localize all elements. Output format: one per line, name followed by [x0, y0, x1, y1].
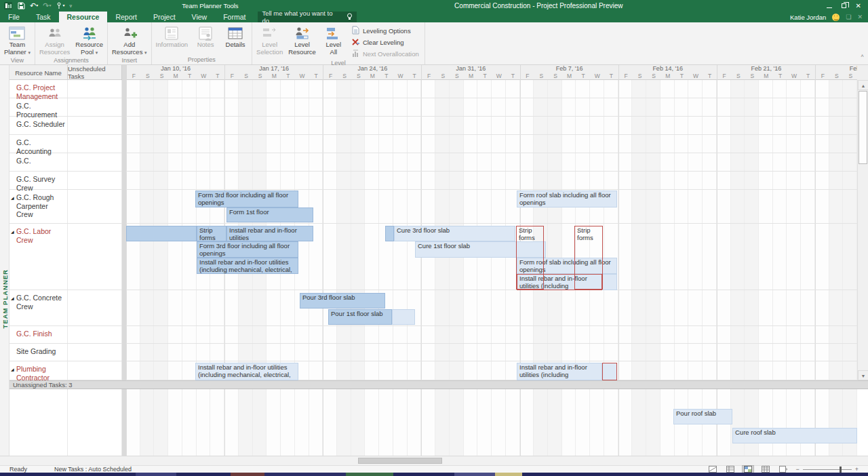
expand-icon[interactable]: ◢ — [11, 294, 14, 303]
team-planner-button[interactable]: TeamPlanner ▾ — [1, 24, 33, 56]
task-bar[interactable]: Pour 3rd floor slab — [300, 293, 385, 309]
tab-task[interactable]: Task — [28, 12, 59, 22]
resource-name-cell[interactable]: ◢Plumbing Contractor — [9, 361, 68, 380]
expand-icon[interactable]: ◢ — [11, 365, 14, 374]
resource-name-cell[interactable]: G.C. — [9, 153, 68, 171]
save-button[interactable] — [18, 2, 25, 9]
resource-name-cell[interactable]: G.C. Accounting — [9, 135, 68, 153]
horizontal-scrollbar[interactable] — [0, 456, 868, 465]
zoom-in-button[interactable]: + — [855, 466, 859, 473]
unscheduled-tasks-cell[interactable] — [68, 80, 122, 98]
minimize-button[interactable] — [827, 2, 832, 9]
customize-qat-button[interactable]: ▿ — [69, 2, 72, 9]
leveling-options-button[interactable]: Leveling Options — [351, 26, 419, 36]
resource-name-cell[interactable]: Site Grading — [9, 344, 68, 361]
timescale-week[interactable]: Jan 17, '16FSSMTWT — [224, 65, 323, 80]
timescale-week[interactable]: Jan 24, '16FSSMTWT — [323, 65, 421, 80]
task-bar[interactable]: Install rebar and in-floor utilities (in… — [517, 363, 602, 380]
task-bar[interactable]: Strip forms — [574, 226, 603, 290]
unscheduled-tasks-cell[interactable] — [68, 135, 122, 153]
details-button[interactable]: Details — [220, 24, 250, 56]
timescale-week[interactable]: Feb 7, '16FSSMTWT — [520, 65, 618, 80]
task-bar[interactable]: Install rebar and in-floor utilities — [226, 226, 313, 241]
tell-me-search-input[interactable]: Tell me what you want to do... — [258, 12, 357, 22]
collapse-ribbon-icon[interactable]: ˄ — [861, 53, 864, 59]
resource-name-cell[interactable]: G.C. Project Management — [9, 80, 68, 98]
new-tasks-mode[interactable]: New Tasks : Auto Scheduled — [54, 466, 132, 473]
task-bar[interactable]: Strip forms — [516, 226, 544, 290]
task-bar-segment[interactable] — [126, 226, 197, 241]
close-ribbon-icon[interactable]: ✕ — [857, 14, 863, 20]
resource-name-cell[interactable]: G.C. Procurement — [9, 98, 68, 116]
timescale-week[interactable]: Feb 14, '16FSSMTWT — [618, 65, 717, 80]
view-shortcut-resource-sheet[interactable] — [760, 466, 771, 473]
horizontal-scrollbar-thumb[interactable] — [358, 458, 442, 464]
timescale-week[interactable]: Feb 21, '16FSSMTWT — [717, 65, 815, 80]
unscheduled-tasks-cell[interactable] — [68, 98, 122, 116]
task-bar[interactable]: Pour 1st floor slab — [328, 309, 392, 325]
resource-name-cell[interactable]: ◢G.C. Concrete Crew — [9, 290, 68, 325]
unscheduled-tasks-column-header[interactable]: Unscheduled Tasks — [68, 65, 122, 80]
restore-button[interactable] — [842, 2, 846, 9]
task-bar[interactable]: Cure roof slab — [732, 428, 857, 443]
task-bar-segment[interactable] — [602, 274, 617, 290]
view-shortcut-gantt-chart[interactable] — [707, 466, 718, 473]
view-shortcut-report[interactable] — [778, 466, 789, 473]
task-bar[interactable]: Form 3rd floor including all floor openi… — [195, 191, 298, 207]
zoom-slider-handle[interactable] — [840, 467, 842, 473]
add-resources-button[interactable]: AddResources ▾ — [109, 24, 150, 56]
vertical-scrollbar[interactable]: ▲ ▼ — [857, 80, 868, 380]
resource-name-cell[interactable]: G.C. Scheduler — [9, 117, 68, 134]
vertical-scrollbar-thumb[interactable] — [859, 91, 867, 164]
tab-report[interactable]: Report — [107, 12, 145, 22]
timescale-week[interactable]: Feb 28, '16FSSMTWT — [815, 65, 857, 80]
clear-leveling-button[interactable]: Clear Leveling — [351, 37, 419, 47]
tab-project[interactable]: Project — [145, 12, 184, 22]
view-shortcut-team-planner[interactable] — [743, 466, 753, 473]
task-bar-segment[interactable] — [385, 226, 394, 241]
unscheduled-tasks-cell[interactable] — [68, 153, 122, 171]
tab-view[interactable]: View — [184, 12, 216, 22]
unscheduled-tasks-cell[interactable] — [68, 326, 122, 343]
scroll-down-icon[interactable]: ▼ — [858, 370, 868, 380]
view-shortcut-task-usage[interactable] — [725, 466, 736, 473]
unscheduled-tasks-cell[interactable] — [68, 361, 122, 380]
unscheduled-tasks-cell[interactable] — [68, 190, 122, 223]
zoom-out-button[interactable]: − — [795, 466, 799, 473]
task-bar[interactable]: Cure 3rd floor slab — [394, 226, 515, 241]
tab-file[interactable]: File — [0, 12, 28, 22]
level-resource-button[interactable]: LevelResource — [285, 24, 319, 59]
task-bar[interactable]: Form 3rd floor including all floor openi… — [197, 241, 298, 258]
level-all-button[interactable]: LevelAll — [319, 24, 349, 59]
redo-button[interactable]: ↷▾ — [43, 2, 51, 9]
touch-mode-button[interactable]: ▾ — [56, 2, 64, 9]
task-bar[interactable]: Pour roof slab — [673, 409, 732, 424]
tab-resource[interactable]: Resource — [59, 12, 108, 22]
task-bar[interactable]: Form 1st floor — [226, 207, 313, 222]
zoom-slider[interactable] — [803, 469, 852, 470]
expand-icon[interactable]: ◢ — [11, 228, 14, 237]
close-button[interactable]: ✕ — [856, 2, 861, 9]
unassigned-tasks-header[interactable]: Unassigned Tasks: 3 — [9, 380, 868, 389]
resource-name-cell[interactable]: ◢G.C. Labor Crew — [9, 224, 68, 290]
resource-name-cell[interactable]: ◢G.C. Rough Carpenter Crew — [9, 190, 68, 223]
resource-pool-button[interactable]: ResourcePool ▾ — [73, 24, 106, 56]
timescale-week[interactable]: Jan 10, '16FSSMTWT — [126, 65, 224, 80]
ribbon-display-options-icon[interactable]: ❏ — [846, 14, 851, 20]
timescale-week[interactable]: Jan 31, '16FSSMTWT — [421, 65, 519, 80]
undo-button[interactable]: ↶▾ — [30, 2, 38, 9]
unscheduled-tasks-cell[interactable] — [68, 290, 122, 325]
task-bar[interactable]: Form roof slab including all floor openi… — [517, 191, 617, 207]
resource-name-cell[interactable]: G.C. Finish — [9, 326, 68, 343]
user-account-button[interactable]: Katie Jordan — [790, 14, 826, 21]
unscheduled-tasks-cell[interactable] — [68, 172, 122, 189]
resource-name-column-header[interactable]: Resource Name — [9, 65, 68, 80]
expand-icon[interactable]: ◢ — [11, 194, 14, 203]
task-bar[interactable]: Install rebar and in-floor utilities (in… — [197, 258, 298, 274]
resource-name-cell[interactable]: G.C. Survey Crew — [9, 172, 68, 189]
unscheduled-tasks-cell[interactable] — [68, 224, 122, 290]
feedback-smiley-icon[interactable] — [832, 14, 840, 21]
task-bar[interactable]: Install rebar and in-floor utilities (in… — [195, 363, 298, 380]
unscheduled-tasks-cell[interactable] — [68, 344, 122, 361]
project-logo-icon[interactable] — [4, 1, 13, 10]
